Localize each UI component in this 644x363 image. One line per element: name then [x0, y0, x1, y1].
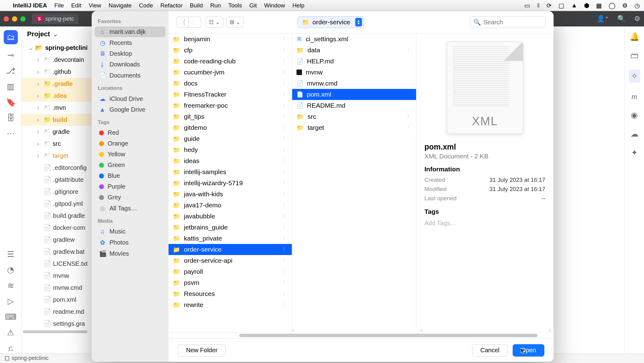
menu-refactor[interactable]: Refactor: [161, 2, 183, 9]
nav-back-button[interactable]: 〈: [177, 17, 189, 28]
menu-build[interactable]: Build: [190, 2, 203, 9]
search-input[interactable]: [483, 19, 554, 26]
app-name[interactable]: IntelliJ IDEA: [13, 2, 47, 9]
sidebar-item[interactable]: ▲Google Drive: [95, 104, 165, 115]
status-indicator-icon[interactable]: [5, 356, 9, 361]
tree-file[interactable]: .gitpod.yml: [22, 198, 95, 210]
sidebar-item[interactable]: ⭳Downloads: [95, 59, 165, 70]
sidebar-item[interactable]: ⌂marit.van.dijk: [95, 26, 165, 37]
finder-folder-row[interactable]: 📁code-reading-club〉: [169, 56, 292, 67]
ai-assist-icon[interactable]: ✦: [631, 148, 638, 158]
view-group-button[interactable]: ⊞ ⌄: [226, 17, 244, 28]
menu-window[interactable]: Window: [264, 2, 285, 9]
menu-tools[interactable]: Tools: [228, 2, 242, 9]
tree-folder[interactable]: ›.devcontain: [22, 54, 95, 66]
finder-folder-row[interactable]: 📁order-service-api〉: [169, 255, 292, 266]
tree-folder[interactable]: ›.github: [22, 66, 95, 78]
commit-tool-icon[interactable]: ⊸: [7, 50, 14, 60]
sidebar-item[interactable]: Green: [95, 160, 165, 170]
tree-folder[interactable]: ›build: [22, 114, 95, 126]
tree-folder[interactable]: ›.idea: [22, 90, 95, 102]
finder-file-row[interactable]: 📄mvnw.cmd: [292, 78, 416, 89]
shape-icon[interactable]: ▲: [571, 2, 577, 9]
problems-tool-icon[interactable]: ⚠: [7, 328, 14, 337]
more-tool-icon[interactable]: ⋯: [7, 129, 15, 138]
code-with-me-icon[interactable]: 👤⁺: [597, 15, 609, 23]
close-window-icon[interactable]: [4, 16, 9, 22]
tree-file[interactable]: mvnw.cmd: [22, 282, 95, 294]
battery-icon[interactable]: ▭: [524, 2, 530, 9]
sidebar-item[interactable]: ♫Music: [95, 226, 165, 237]
sidebar-item[interactable]: 🎬Movies: [95, 248, 165, 259]
tree-file[interactable]: pom.xml: [22, 294, 95, 306]
project-tool-icon[interactable]: 🗂: [4, 30, 18, 44]
add-tags-field[interactable]: Add Tags…: [424, 218, 545, 227]
sidebar-item[interactable]: Red: [95, 127, 165, 138]
nav-forward-button[interactable]: 〉: [189, 17, 201, 28]
zoom-window-icon[interactable]: [20, 16, 26, 22]
menu-code[interactable]: Code: [139, 2, 153, 9]
camera-icon[interactable]: ▢: [559, 2, 564, 9]
notifications-icon[interactable]: 🔔: [630, 32, 639, 42]
finder-file-row[interactable]: 📄pom.xml: [292, 89, 416, 100]
finder-folder-row[interactable]: 📁java-with-kids〉: [169, 189, 292, 200]
finder-file-row[interactable]: 📄README.md: [292, 100, 416, 111]
tree-file[interactable]: .gitattribute: [22, 174, 95, 186]
cancel-button[interactable]: Cancel: [472, 344, 508, 357]
finder-column-2[interactable]: ⌘ci_settings.xml📁data〉📄HELP.mdmvnw📄mvnw.…: [292, 34, 416, 329]
tree-folder[interactable]: ›.mvn: [22, 102, 95, 114]
settings-icon[interactable]: ⚙: [634, 15, 640, 23]
box-icon[interactable]: ⬢: [584, 2, 589, 9]
tree-file[interactable]: docker-com: [22, 222, 95, 234]
open-button[interactable]: Open: [513, 344, 544, 357]
finder-folder-row[interactable]: 📁freemarker-poc〉: [169, 100, 292, 111]
finder-folder-row[interactable]: 📁java17-demo〉: [169, 200, 292, 211]
finder-folder-row[interactable]: 📁cfp〉: [169, 45, 292, 56]
control-icon[interactable]: ⚙: [622, 2, 628, 9]
finder-folder-row[interactable]: 📁gitdemo〉: [169, 122, 292, 133]
tree-root[interactable]: ⌄📂 spring-petclini: [22, 42, 95, 54]
profiler-tool-icon[interactable]: ◔: [7, 265, 14, 275]
project-pane-header[interactable]: Project ⌄: [22, 26, 95, 42]
git-tool-icon[interactable]: ⎌: [8, 344, 13, 353]
finder-search[interactable]: 🔍: [470, 16, 546, 28]
tree-file[interactable]: .editorconfig: [22, 162, 95, 174]
finder-folder-row[interactable]: 📁order-service〉: [169, 244, 292, 255]
tree-hscrollbar[interactable]: [22, 330, 95, 334]
sidebar-item[interactable]: ◷Recents: [95, 37, 165, 48]
finder-column-1[interactable]: 📁benjamin〉📁cfp〉📁code-reading-club〉📁cucum…: [169, 34, 292, 329]
sidebar-item[interactable]: 📄Documents: [95, 70, 165, 81]
todo-tool-icon[interactable]: ☰: [7, 249, 14, 259]
sidebar-item[interactable]: 🖥Desktop: [95, 48, 165, 59]
calendar-icon[interactable]: ▦: [596, 2, 602, 9]
menu-file[interactable]: File: [54, 2, 64, 9]
finder-folder-row[interactable]: 📁javabubble〉: [169, 211, 292, 222]
sidebar-item[interactable]: Grey: [95, 192, 165, 203]
menu-git[interactable]: Git: [249, 2, 257, 9]
services-tool-icon[interactable]: ≋: [7, 281, 14, 290]
run-tool-icon[interactable]: ▷: [8, 297, 14, 306]
finder-folder-row[interactable]: 📁rewrite〉: [169, 299, 292, 310]
finder-folder-row[interactable]: 📁hedy〉: [169, 144, 292, 155]
menu-view[interactable]: View: [89, 2, 101, 9]
finder-folder-row[interactable]: 📁jetbrains_guide〉: [169, 222, 292, 233]
finder-file-row[interactable]: ⌘ci_settings.xml: [292, 34, 416, 45]
search-everywhere-icon[interactable]: 🔍: [617, 15, 626, 23]
finder-folder-row[interactable]: 📁payroll〉: [169, 266, 292, 277]
menu-navigate[interactable]: Navigate: [109, 2, 132, 9]
tree-file[interactable]: gradlew: [22, 234, 95, 246]
sidebar-item[interactable]: ☁iCloud Drive: [95, 93, 165, 104]
sidebar-item[interactable]: Yellow: [95, 149, 165, 160]
finder-folder-row[interactable]: 📁docs〉: [169, 78, 292, 89]
ai-tool-icon[interactable]: ✧: [629, 70, 640, 83]
persistence-tool-icon[interactable]: 🗄: [7, 113, 15, 123]
finder-hscrollbar[interactable]: [169, 332, 554, 338]
tree-folder[interactable]: ›.gradle: [22, 78, 95, 90]
finder-folder-row[interactable]: 📁guide〉: [169, 133, 292, 144]
sidebar-all-tags[interactable]: ◎ All Tags…: [95, 203, 165, 214]
tree-folder[interactable]: ›target: [22, 150, 95, 162]
tree-file[interactable]: readme.md: [22, 306, 95, 318]
path-popup[interactable]: 📁 order-service ▴▾: [297, 16, 364, 28]
gradle-tool-icon[interactable]: ◉: [631, 110, 638, 120]
structure-tool-icon[interactable]: ▥: [7, 82, 14, 91]
